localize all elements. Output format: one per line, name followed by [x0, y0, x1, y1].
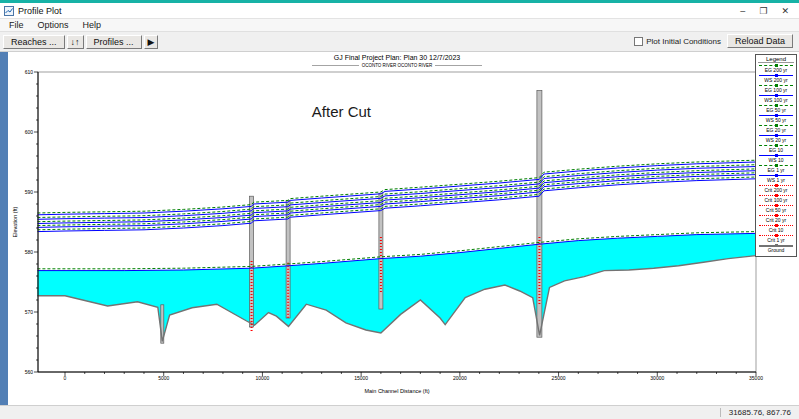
legend-entry-label: Crit 20 yr — [758, 217, 794, 223]
y-tick-label: 590 — [25, 189, 34, 195]
after-cut-annotation: After Cut — [312, 103, 372, 120]
legend-marker — [775, 224, 778, 227]
legend-entry-label: WS 10 — [758, 157, 794, 163]
y-tick-label: 610 — [25, 69, 34, 75]
legend-entry-label: EG 1 yr — [758, 167, 794, 173]
statusbar: 31685.76, 867.76 — [0, 405, 799, 419]
legend-entry: WS 50 yr — [758, 114, 794, 123]
legend: Legend EG 200 yrWS 200 yrEG 100 yrWS 100… — [755, 54, 797, 257]
plot-window-content: 05000100001500020000250003000035000Main … — [0, 52, 799, 405]
app-icon — [4, 6, 14, 16]
legend-entry-label: WS 50 yr — [758, 117, 794, 123]
legend-entry: EG 200 yr — [758, 64, 794, 73]
legend-marker — [775, 154, 778, 157]
legend-entry-label: WS 1 yr — [758, 177, 794, 183]
legend-entry: Crit 200 yr — [758, 184, 794, 193]
legend-marker — [775, 244, 778, 247]
legend-entry-label: Crit 50 yr — [758, 207, 794, 213]
legend-entry: WS 200 yr — [758, 74, 794, 83]
legend-marker — [775, 104, 778, 107]
legend-entry: WS 100 yr — [758, 94, 794, 103]
legend-entry-label: Ground — [758, 247, 794, 253]
y-tick-label: 600 — [25, 129, 34, 135]
toolbar: Reaches ... ↓↑ Profiles ... ▶ Plot Initi… — [0, 32, 799, 52]
legend-marker — [775, 204, 778, 207]
legend-marker — [775, 134, 778, 137]
legend-entry: EG 100 yr — [758, 84, 794, 93]
legend-entry-label: Crit 200 yr — [758, 187, 794, 193]
legend-entry-label: EG 100 yr — [758, 87, 794, 93]
y-tick-label: 560 — [25, 369, 34, 375]
menu-help[interactable]: Help — [76, 20, 109, 30]
legend-marker — [775, 184, 778, 187]
legend-entry: EG 1 yr — [758, 164, 794, 173]
legend-entry-label: WS 100 yr — [758, 97, 794, 103]
x-tick-label: 30000 — [650, 375, 664, 381]
legend-entry: Crit 50 yr — [758, 204, 794, 213]
eg-200-line — [37, 160, 756, 213]
legend-entry: Crit 1 yr — [758, 234, 794, 243]
minimize-button[interactable]: – — [740, 5, 745, 17]
chart-subtitle: OCONTO RIVER OCONTO RIVER — [362, 63, 433, 68]
legend-entry: Crit 20 yr — [758, 214, 794, 223]
legend-entry-label: WS 200 yr — [758, 77, 794, 83]
profile-plot-chart[interactable]: 05000100001500020000250003000035000Main … — [8, 52, 765, 405]
y-axis-label: Elevation (ft) — [12, 206, 18, 237]
close-button[interactable]: ✕ — [781, 5, 789, 17]
legend-marker — [775, 234, 778, 237]
legend-entry-label: EG 50 yr — [758, 107, 794, 113]
reload-data-button[interactable]: Reload Data — [727, 34, 793, 48]
legend-entry: EG 10 — [758, 144, 794, 153]
y-tick-label: 580 — [25, 249, 34, 255]
x-tick-label: 5000 — [158, 375, 169, 381]
cursor-coordinates: 31685.76, 867.76 — [720, 408, 791, 417]
legend-entry: Crit 100 yr — [758, 194, 794, 203]
menu-file[interactable]: File — [2, 20, 31, 30]
legend-entry: WS 10 — [758, 154, 794, 163]
legend-entry: EG 50 yr — [758, 104, 794, 113]
menubar: File Options Help — [0, 19, 799, 32]
legend-marker — [775, 214, 778, 217]
x-tick-label: 25000 — [552, 375, 566, 381]
x-axis-label: Main Channel Distance (ft) — [364, 388, 429, 394]
plot-initial-conditions-label: Plot Initial Conditions — [646, 37, 721, 46]
window-title: Profile Plot — [18, 6, 740, 16]
left-edge-strip — [0, 52, 8, 405]
legend-entry: WS 1 yr — [758, 174, 794, 183]
x-tick-label: 20000 — [453, 375, 467, 381]
legend-marker — [775, 64, 778, 67]
legend-marker — [775, 94, 778, 97]
x-tick-label: 10000 — [255, 375, 269, 381]
legend-entry-label: Crit 10 — [758, 227, 794, 233]
legend-entry-label: EG 20 yr — [758, 127, 794, 133]
legend-entry-label: EG 10 — [758, 147, 794, 153]
legend-marker — [775, 74, 778, 77]
menu-options[interactable]: Options — [31, 20, 76, 30]
legend-marker — [775, 164, 778, 167]
next-profile-button[interactable]: ▶ — [144, 35, 159, 49]
titlebar: Profile Plot – ❐ ✕ — [0, 3, 799, 19]
plot-initial-conditions-checkbox[interactable] — [634, 37, 643, 46]
legend-marker — [775, 124, 778, 127]
reach-updown-buttons[interactable]: ↓↑ — [67, 35, 84, 49]
legend-entry-label: Crit 100 yr — [758, 197, 794, 203]
maximize-button[interactable]: ❐ — [759, 5, 767, 17]
reaches-button[interactable]: Reaches ... — [3, 35, 65, 49]
legend-entry-label: EG 200 yr — [758, 67, 794, 73]
legend-marker — [775, 144, 778, 147]
legend-marker — [775, 174, 778, 177]
legend-entry: EG 20 yr — [758, 124, 794, 133]
x-tick-label: 15000 — [354, 375, 368, 381]
x-tick-label: 0 — [64, 375, 67, 381]
y-tick-label: 570 — [25, 309, 34, 315]
legend-marker — [775, 84, 778, 87]
legend-entry: WS 20 yr — [758, 134, 794, 143]
legend-entry: Ground — [758, 244, 794, 253]
legend-entry-label: WS 20 yr — [758, 137, 794, 143]
legend-marker — [775, 194, 778, 197]
x-tick-label: 35000 — [749, 375, 763, 381]
profiles-button[interactable]: Profiles ... — [86, 35, 142, 49]
water-fill-area — [37, 233, 756, 341]
legend-entry-label: Crit 1 yr — [758, 237, 794, 243]
legend-title: Legend — [758, 56, 794, 63]
